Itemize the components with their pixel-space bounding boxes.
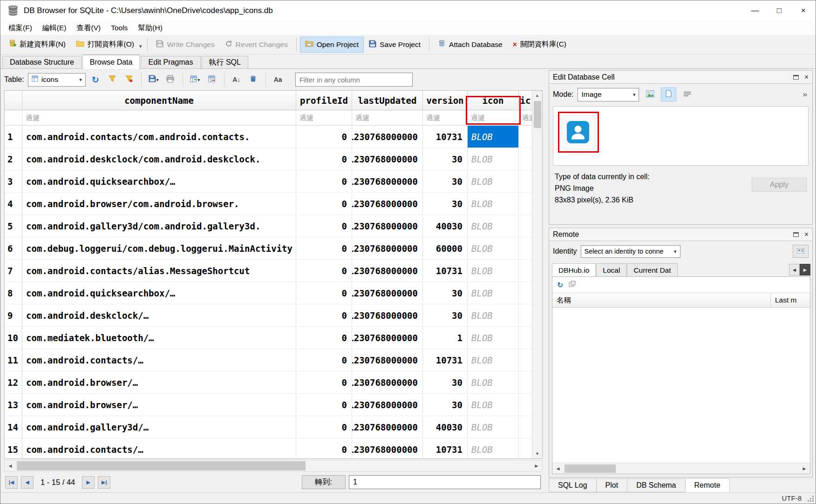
cell-partial[interactable]: [519, 170, 532, 192]
write-changes-button[interactable]: Write Changes: [151, 37, 219, 53]
column-header-version[interactable]: version: [423, 91, 468, 110]
save-results-button[interactable]: ▾: [147, 73, 161, 87]
cell-icon-blob[interactable]: BLOB: [468, 304, 519, 326]
cell-partial[interactable]: [519, 193, 532, 215]
cell-lastUpdated[interactable]: 1230768000000: [352, 126, 423, 148]
menu-tools[interactable]: Tools: [106, 21, 133, 35]
close-button[interactable]: ×: [791, 0, 816, 21]
cell-icon-blob[interactable]: BLOB: [468, 282, 519, 304]
cell-partial[interactable]: [519, 349, 532, 371]
table-row[interactable]: 13 com.android.browser/… 0 1230768000000…: [5, 394, 532, 416]
tab-scroll-left-button[interactable]: ◀: [789, 264, 800, 276]
cell-version[interactable]: 10731: [423, 126, 468, 148]
cell-lastUpdated[interactable]: 1230768000000: [352, 237, 423, 259]
cell-partial[interactable]: [519, 438, 532, 458]
cell-icon-blob[interactable]: BLOB: [468, 126, 519, 148]
filter-cell-lastUpdated[interactable]: 過濾: [352, 110, 423, 125]
cell-partial[interactable]: [519, 327, 532, 349]
table-row[interactable]: 7 com.android.contacts/alias.MessageShor…: [5, 260, 532, 282]
mode-select[interactable]: Image ▾: [578, 88, 639, 101]
tab-database-structure[interactable]: Database Structure: [2, 56, 82, 68]
cell-partial[interactable]: [519, 371, 532, 393]
cell-componentName[interactable]: com.android.contacts/alias.MessageShortc…: [22, 260, 296, 282]
resize-grip[interactable]: [808, 496, 814, 502]
cell-version[interactable]: 30: [423, 193, 468, 215]
cell-componentName[interactable]: com.android.browser/com.android.browser.: [22, 193, 296, 215]
cell-partial[interactable]: [519, 394, 532, 416]
table-row[interactable]: 9 com.android.deskclock/… 0 123076800000…: [5, 304, 532, 327]
remote-tab-local[interactable]: Local: [596, 263, 626, 276]
cell-lastUpdated[interactable]: 1230768000000: [352, 260, 423, 282]
close-database-button[interactable]: × 關閉資料庫(C): [508, 37, 571, 53]
cell-componentName[interactable]: com.android.quicksearchbox/…: [22, 170, 296, 192]
column-header-icon[interactable]: icon: [468, 91, 519, 110]
refresh-icon[interactable]: ↻: [557, 281, 563, 289]
cell-partial[interactable]: [519, 237, 532, 259]
cell-icon-blob[interactable]: BLOB: [468, 438, 519, 458]
table-row[interactable]: 10 com.mediatek.bluetooth/… 0 1230768000…: [5, 327, 532, 349]
dock-tab-remote[interactable]: Remote: [685, 478, 730, 492]
cell-profileId[interactable]: 0: [296, 126, 352, 148]
remote-horizontal-scrollbar[interactable]: ◀ ▶: [552, 463, 810, 474]
menu-help[interactable]: 幫助(H): [133, 21, 168, 35]
clone-database-icon[interactable]: [569, 281, 576, 289]
open-database-button[interactable]: 打開資料庫(O): [71, 37, 139, 53]
cell-icon-blob[interactable]: BLOB: [468, 371, 519, 393]
new-record-button[interactable]: ▾: [188, 73, 202, 87]
cell-partial[interactable]: [519, 260, 532, 282]
remote-tab-dbhub[interactable]: DBHub.io: [552, 263, 596, 276]
scroll-left-button[interactable]: ◀: [5, 460, 16, 471]
cell-version[interactable]: 10731: [423, 438, 468, 458]
table-row[interactable]: 15 com.android.contacts/… 0 123076800000…: [5, 438, 532, 458]
cell-lastUpdated[interactable]: 1230768000000: [352, 394, 423, 416]
table-row[interactable]: 4 com.android.browser/com.android.browse…: [5, 193, 532, 215]
dock-tab-db-schema[interactable]: DB Schema: [627, 478, 685, 492]
cell-componentName[interactable]: com.mediatek.bluetooth/…: [22, 327, 296, 349]
cell-componentName[interactable]: com.debug.loggerui/com.debug.loggerui.Ma…: [22, 237, 296, 259]
cell-componentName[interactable]: com.android.contacts/…: [22, 349, 296, 371]
menu-file[interactable]: 檔案(F): [3, 21, 37, 35]
cell-icon-blob[interactable]: BLOB: [468, 237, 519, 259]
next-record-button[interactable]: ▶: [82, 476, 95, 489]
view-as-document-button[interactable]: [661, 87, 676, 101]
cell-version[interactable]: 10731: [423, 349, 468, 371]
cell-profileId[interactable]: 0: [296, 148, 352, 170]
cell-version[interactable]: 40030: [423, 215, 468, 237]
word-wrap-button[interactable]: [680, 87, 695, 101]
filter-any-column-input[interactable]: [295, 73, 413, 87]
apply-button[interactable]: Apply: [752, 178, 807, 192]
cell-profileId[interactable]: 0: [296, 260, 352, 282]
table-row[interactable]: 8 com.android.quicksearchbox/… 0 1230768…: [5, 282, 532, 304]
cell-version[interactable]: 30: [423, 148, 468, 170]
cell-icon-blob[interactable]: BLOB: [468, 327, 519, 349]
cell-partial[interactable]: [519, 148, 532, 170]
remote-tab-current-database[interactable]: Current Dat: [627, 263, 677, 276]
scroll-up-button[interactable]: ▲: [532, 91, 542, 100]
cell-profileId[interactable]: 0: [296, 416, 352, 438]
close-panel-icon[interactable]: ×: [804, 231, 809, 238]
print-button[interactable]: [163, 73, 177, 87]
table-row[interactable]: 6 com.debug.loggerui/com.debug.loggerui.…: [5, 237, 532, 260]
cell-profileId[interactable]: 0: [296, 237, 352, 259]
goto-button[interactable]: 轉到:: [302, 475, 346, 489]
table-row[interactable]: 12 com.android.browser/… 0 1230768000000…: [5, 371, 532, 394]
edit-cell-button[interactable]: Aa: [271, 73, 285, 87]
cell-profileId[interactable]: 0: [296, 438, 352, 458]
cell-profileId[interactable]: 0: [296, 349, 352, 371]
cell-componentName[interactable]: com.android.deskclock/com.android.deskcl…: [22, 148, 296, 170]
column-header-componentName[interactable]: componentName: [22, 91, 296, 110]
cell-icon-blob[interactable]: BLOB: [468, 394, 519, 416]
cell-profileId[interactable]: 0: [296, 304, 352, 326]
cell-version[interactable]: 1: [423, 327, 468, 349]
maximize-button[interactable]: □: [767, 0, 791, 21]
table-row[interactable]: 5 com.android.gallery3d/com.android.gall…: [5, 215, 532, 237]
goto-record-input[interactable]: [349, 475, 541, 489]
cell-profileId[interactable]: 0: [296, 327, 352, 349]
undock-icon[interactable]: [793, 75, 799, 80]
cell-partial[interactable]: [519, 126, 532, 148]
cell-version[interactable]: 30: [423, 371, 468, 393]
edit-database-button[interactable]: [246, 73, 260, 87]
filter-cell-icon[interactable]: 過濾: [468, 110, 519, 125]
table-row[interactable]: 1 com.android.contacts/com.android.conta…: [5, 126, 532, 148]
table-row[interactable]: 14 com.android.gallery3d/… 0 12307680000…: [5, 416, 532, 438]
